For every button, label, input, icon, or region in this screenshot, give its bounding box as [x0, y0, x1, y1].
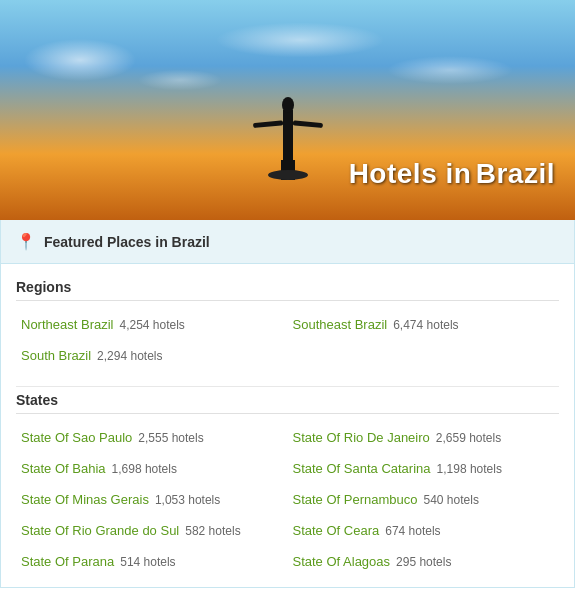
- state-item-santa-catarina: State Of Santa Catarina 1,198 hotels: [288, 453, 560, 484]
- section-divider: [16, 386, 559, 387]
- content-area: 📍 Featured Places in Brazil Regions Nort…: [0, 220, 575, 588]
- regions-section-title: Regions: [16, 279, 559, 301]
- hero-banner: Hotels in Brazil: [0, 0, 575, 220]
- region-count-southeast: 6,474 hotels: [393, 318, 458, 332]
- state-link-pernambuco[interactable]: State Of Pernambuco: [293, 492, 418, 507]
- state-count-parana: 514 hotels: [120, 555, 175, 569]
- regions-grid: Northeast Brazil 4,254 hotels Southeast …: [16, 309, 559, 371]
- hero-text: Hotels in Brazil: [349, 158, 555, 190]
- states-grid: State Of Sao Paulo 2,555 hotels State Of…: [16, 422, 559, 577]
- state-link-rio-grande-sul[interactable]: State Of Rio Grande do Sul: [21, 523, 179, 538]
- region-count-south: 2,294 hotels: [97, 349, 162, 363]
- region-count-northeast: 4,254 hotels: [119, 318, 184, 332]
- svg-rect-3: [252, 120, 282, 128]
- featured-header: 📍 Featured Places in Brazil: [1, 220, 574, 264]
- svg-rect-4: [292, 120, 322, 128]
- state-item-rio-grande-sul: State Of Rio Grande do Sul 582 hotels: [16, 515, 288, 546]
- state-item-pernambuco: State Of Pernambuco 540 hotels: [288, 484, 560, 515]
- state-count-bahia: 1,698 hotels: [112, 462, 177, 476]
- state-item-sao-paulo: State Of Sao Paulo 2,555 hotels: [16, 422, 288, 453]
- state-item-parana: State Of Parana 514 hotels: [16, 546, 288, 577]
- state-link-minas-gerais[interactable]: State Of Minas Gerais: [21, 492, 149, 507]
- region-item-southeast: Southeast Brazil 6,474 hotels: [288, 309, 560, 340]
- svg-rect-1: [283, 110, 293, 165]
- svg-point-2: [282, 97, 294, 113]
- state-count-alagoas: 295 hotels: [396, 555, 451, 569]
- state-item-bahia: State Of Bahia 1,698 hotels: [16, 453, 288, 484]
- region-item-northeast: Northeast Brazil 4,254 hotels: [16, 309, 288, 340]
- state-count-rio-de-janeiro: 2,659 hotels: [436, 431, 501, 445]
- state-link-alagoas[interactable]: State Of Alagoas: [293, 554, 391, 569]
- region-item-south: South Brazil 2,294 hotels: [16, 340, 559, 371]
- state-link-rio-de-janeiro[interactable]: State Of Rio De Janeiro: [293, 430, 430, 445]
- state-count-minas-gerais: 1,053 hotels: [155, 493, 220, 507]
- state-count-ceara: 674 hotels: [385, 524, 440, 538]
- state-link-ceara[interactable]: State Of Ceara: [293, 523, 380, 538]
- states-section-title: States: [16, 392, 559, 414]
- states-section: States State Of Sao Paulo 2,555 hotels S…: [16, 392, 559, 577]
- main-content: Regions Northeast Brazil 4,254 hotels So…: [1, 264, 574, 587]
- state-link-parana[interactable]: State Of Parana: [21, 554, 114, 569]
- state-item-minas-gerais: State Of Minas Gerais 1,053 hotels: [16, 484, 288, 515]
- state-link-santa-catarina[interactable]: State Of Santa Catarina: [293, 461, 431, 476]
- state-count-rio-grande-sul: 582 hotels: [185, 524, 240, 538]
- state-count-pernambuco: 540 hotels: [424, 493, 479, 507]
- pin-icon: 📍: [16, 232, 36, 251]
- state-item-ceara: State Of Ceara 674 hotels: [288, 515, 560, 546]
- state-item-alagoas: State Of Alagoas 295 hotels: [288, 546, 560, 577]
- region-link-southeast[interactable]: Southeast Brazil: [293, 317, 388, 332]
- svg-point-5: [268, 170, 308, 180]
- region-link-northeast[interactable]: Northeast Brazil: [21, 317, 113, 332]
- state-link-bahia[interactable]: State Of Bahia: [21, 461, 106, 476]
- region-link-south[interactable]: South Brazil: [21, 348, 91, 363]
- state-item-rio-de-janeiro: State Of Rio De Janeiro 2,659 hotels: [288, 422, 560, 453]
- featured-title: Featured Places in Brazil: [44, 234, 210, 250]
- state-count-santa-catarina: 1,198 hotels: [437, 462, 502, 476]
- statue-silhouette: [248, 20, 328, 180]
- state-count-sao-paulo: 2,555 hotels: [138, 431, 203, 445]
- state-link-sao-paulo[interactable]: State Of Sao Paulo: [21, 430, 132, 445]
